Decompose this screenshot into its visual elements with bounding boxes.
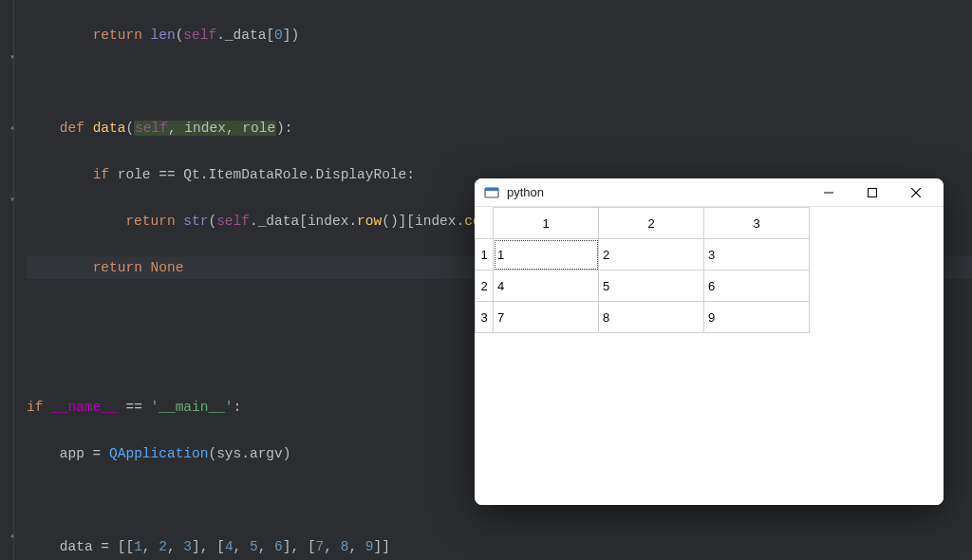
row-header[interactable]: 3: [476, 302, 494, 333]
table-cell[interactable]: 3: [704, 239, 810, 271]
data-table[interactable]: 1 2 3 1 1 2 3 2 4 5 6: [475, 207, 810, 333]
method-name: data: [93, 121, 126, 136]
table-cell[interactable]: 7: [494, 302, 599, 333]
dunder-name: __name__: [51, 400, 118, 415]
table-view[interactable]: 1 2 3 1 1 2 3 2 4 5 6: [475, 207, 944, 505]
column-header[interactable]: 2: [599, 208, 704, 239]
fold-icon[interactable]: ▾: [7, 51, 18, 65]
keyword-return: return: [93, 28, 142, 43]
app-icon: [484, 185, 499, 200]
table-corner[interactable]: [476, 208, 494, 239]
table-cell[interactable]: 1: [494, 239, 599, 271]
window-title: python: [507, 185, 544, 199]
svg-rect-1: [485, 188, 498, 191]
python-app-window[interactable]: python 1 2 3 1 1: [475, 178, 944, 505]
keyword-if: if: [93, 167, 109, 182]
fold-icon[interactable]: ▾: [7, 194, 18, 207]
maximize-button[interactable]: [850, 178, 894, 207]
table-row[interactable]: 2 4 5 6: [476, 271, 810, 302]
titlebar[interactable]: python: [475, 178, 944, 207]
table-cell[interactable]: 6: [704, 271, 810, 302]
close-button[interactable]: [894, 178, 938, 207]
minimize-button[interactable]: [807, 178, 850, 207]
table-cell[interactable]: 4: [494, 271, 599, 302]
table-cell[interactable]: 2: [599, 239, 704, 271]
table-row[interactable]: 3 7 8 9: [476, 302, 810, 333]
row-header[interactable]: 2: [476, 271, 494, 302]
column-header[interactable]: 1: [494, 208, 599, 239]
table-cell[interactable]: 5: [599, 271, 704, 302]
svg-rect-3: [869, 188, 877, 196]
keyword-none: None: [151, 260, 184, 275]
table-cell[interactable]: 8: [599, 302, 704, 333]
row-header[interactable]: 1: [476, 239, 494, 271]
fold-icon[interactable]: ▴: [7, 530, 18, 543]
fold-icon[interactable]: ▴: [7, 121, 18, 135]
builtin-len: len: [151, 28, 176, 43]
self-ref: self: [183, 28, 216, 43]
table-cell[interactable]: 9: [704, 302, 810, 333]
gutter: ▾ ▴ ▾ ▴: [0, 0, 27, 560]
column-header[interactable]: 3: [704, 208, 810, 239]
table-row[interactable]: 1 1 2 3: [476, 239, 810, 271]
keyword-def: def: [60, 121, 84, 136]
